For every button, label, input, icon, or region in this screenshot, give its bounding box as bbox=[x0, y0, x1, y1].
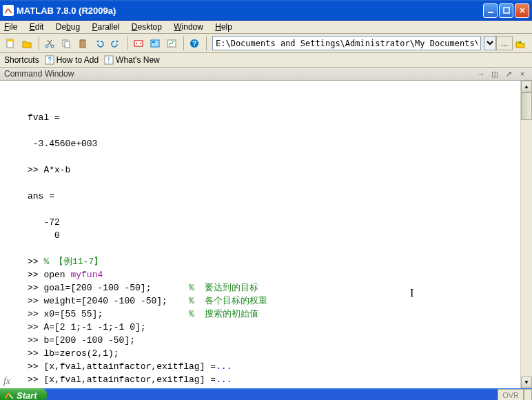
output-line: >> lb=zeros(2,1); bbox=[28, 348, 119, 359]
start-label: Start bbox=[17, 390, 37, 401]
output-line: >> A=[2 1;-1 -1;-1 0]; bbox=[28, 322, 146, 332]
undo-button[interactable] bbox=[92, 36, 107, 51]
whats-new-label: What's New bbox=[116, 55, 160, 65]
minimize-button[interactable] bbox=[483, 3, 498, 18]
svg-rect-9 bbox=[81, 39, 84, 41]
svg-point-11 bbox=[136, 43, 137, 44]
simulink-button[interactable] bbox=[131, 36, 146, 51]
output-line: >> x0=[55 55]; % 搜索的初始值 bbox=[28, 309, 258, 319]
titlebar: MATLAB 7.8.0 (R2009a) bbox=[0, 0, 532, 21]
output-line: >> [x,fval,attainfactor,exitflag] =... bbox=[28, 374, 232, 385]
path-dropdown[interactable] bbox=[484, 36, 496, 50]
menu-debug[interactable]: Debug bbox=[56, 22, 80, 32]
output-line: >> weight=[2040 -100 -50]; % 各个目标的权重 bbox=[28, 296, 267, 306]
new-button[interactable] bbox=[3, 36, 18, 51]
help-button[interactable]: ? bbox=[187, 36, 202, 51]
output-line bbox=[28, 204, 33, 214]
fx-gutter[interactable]: fx bbox=[0, 81, 14, 388]
browse-button[interactable]: ... bbox=[496, 36, 513, 50]
app-icon bbox=[3, 5, 14, 16]
taskbar: Start OVR bbox=[0, 388, 532, 400]
cut-button[interactable] bbox=[42, 36, 57, 51]
copy-button[interactable] bbox=[59, 36, 74, 51]
scroll-thumb[interactable] bbox=[521, 92, 532, 120]
paste-button[interactable] bbox=[75, 36, 90, 51]
matlab-icon bbox=[4, 390, 14, 400]
close-button[interactable] bbox=[515, 3, 529, 18]
text-cursor: I bbox=[410, 286, 413, 299]
menu-parallel[interactable]: Parallel bbox=[92, 22, 119, 32]
guide-button[interactable] bbox=[147, 36, 163, 51]
output-line: >> [x,fval,attainfactor,exitflag] =... bbox=[28, 361, 232, 372]
menu-window[interactable]: Window bbox=[174, 22, 203, 32]
svg-rect-7 bbox=[65, 41, 70, 48]
vertical-scrollbar[interactable]: ▲ ▼ bbox=[520, 81, 532, 388]
output-line bbox=[28, 243, 33, 254]
separator bbox=[127, 37, 128, 50]
resize-grip[interactable] bbox=[524, 389, 532, 400]
whats-new-shortcut[interactable]: ! What's New bbox=[104, 55, 160, 65]
separator bbox=[39, 37, 39, 50]
output-line: -72 bbox=[28, 217, 60, 228]
output-line: >> b=[200 -100 -50]; bbox=[28, 335, 135, 346]
panel-close-icon[interactable]: × bbox=[517, 69, 528, 79]
panel-arrow-icon[interactable]: → bbox=[475, 69, 487, 79]
command-window-content[interactable]: fval = -3.4560e+003 >> A*x-b ans = -72 0… bbox=[14, 81, 520, 388]
window-title: MATLAB 7.8.0 (R2009a) bbox=[17, 6, 482, 16]
panel-dock-icon[interactable]: ◫ bbox=[489, 69, 500, 79]
svg-point-5 bbox=[51, 45, 54, 48]
panel-undock-icon[interactable]: ↗ bbox=[503, 69, 514, 79]
main-toolbar: ? ... bbox=[0, 34, 532, 53]
shortcuts-bar: Shortcuts ? How to Add ! What's New bbox=[0, 53, 532, 68]
svg-rect-10 bbox=[134, 41, 143, 46]
output-line: 0 bbox=[28, 230, 60, 241]
menubar: File Edit Debug Parallel Desktop Window … bbox=[0, 21, 532, 34]
svg-rect-3 bbox=[7, 39, 13, 41]
command-window-title: Command Window bbox=[4, 69, 473, 79]
scroll-down-button[interactable]: ▼ bbox=[521, 377, 532, 388]
svg-point-12 bbox=[140, 43, 141, 44]
output-line: fval = bbox=[28, 112, 60, 123]
output-line bbox=[28, 99, 33, 110]
svg-rect-14 bbox=[152, 41, 155, 43]
svg-text:?: ? bbox=[48, 57, 52, 64]
redo-button[interactable] bbox=[108, 36, 123, 51]
maximize-button[interactable] bbox=[499, 3, 513, 18]
menu-file[interactable]: File bbox=[4, 22, 17, 32]
svg-rect-15 bbox=[167, 40, 176, 47]
profiler-button[interactable] bbox=[164, 36, 179, 51]
command-window[interactable]: fx fval = -3.4560e+003 >> A*x-b ans = -7… bbox=[0, 81, 532, 388]
svg-rect-13 bbox=[151, 40, 159, 47]
svg-text:!: ! bbox=[108, 57, 110, 64]
output-line bbox=[28, 126, 33, 136]
svg-text:?: ? bbox=[192, 40, 196, 48]
menu-edit[interactable]: Edit bbox=[30, 22, 44, 32]
output-line: >> A*x-b bbox=[28, 165, 70, 175]
shortcuts-label: Shortcuts bbox=[4, 55, 39, 65]
output-line: ans = bbox=[28, 191, 54, 201]
current-folder-input[interactable] bbox=[212, 36, 481, 50]
svg-rect-1 bbox=[504, 8, 509, 13]
how-to-add-label: How to Add bbox=[57, 55, 99, 65]
output-line: >> % 【例11-7】 bbox=[28, 257, 103, 267]
output-line bbox=[28, 152, 33, 162]
how-to-add-icon: ? bbox=[45, 55, 54, 65]
separator bbox=[183, 37, 184, 50]
how-to-add-shortcut[interactable]: ? How to Add bbox=[45, 55, 99, 65]
menu-desktop[interactable]: Desktop bbox=[132, 22, 162, 32]
scroll-track[interactable] bbox=[521, 92, 532, 377]
svg-point-4 bbox=[45, 45, 48, 48]
open-button[interactable] bbox=[19, 36, 34, 51]
svg-rect-0 bbox=[488, 12, 493, 13]
ovr-indicator: OVR bbox=[498, 389, 524, 400]
up-folder-button[interactable] bbox=[513, 36, 528, 51]
whats-new-icon: ! bbox=[104, 55, 114, 65]
start-button[interactable]: Start bbox=[0, 388, 47, 400]
separator bbox=[206, 37, 207, 50]
output-line: >> goal=[200 -100 -50]; % 要达到的目标 bbox=[28, 283, 258, 293]
scroll-up-button[interactable]: ▲ bbox=[521, 81, 532, 92]
output-line: >> open myfun4 bbox=[28, 270, 103, 280]
menu-help[interactable]: Help bbox=[215, 22, 232, 32]
command-window-header: Command Window → ◫ ↗ × bbox=[0, 68, 532, 81]
output-line: -3.4560e+003 bbox=[28, 139, 97, 149]
